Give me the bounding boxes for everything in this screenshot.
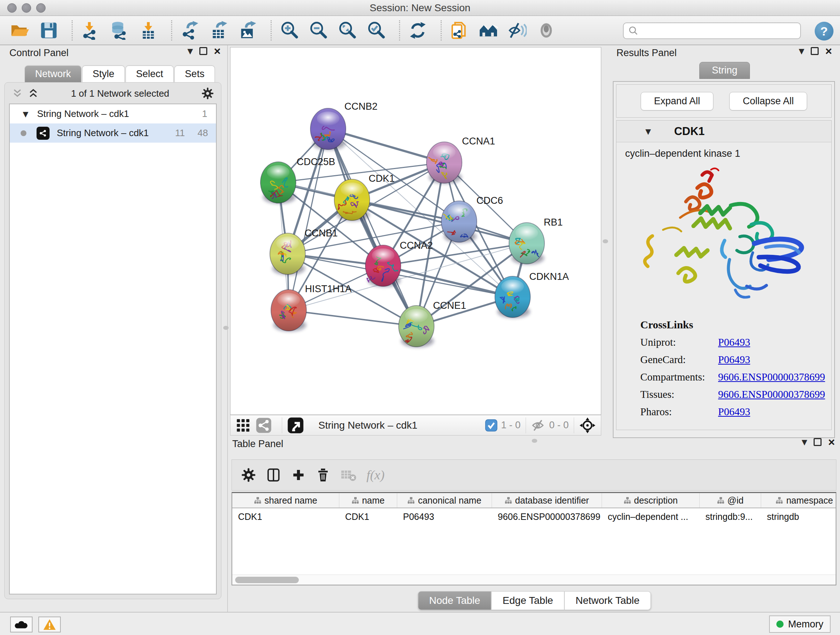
column-header-description[interactable]: description <box>602 493 699 508</box>
tab-select[interactable]: Select <box>126 65 174 82</box>
collection-disclosure-icon[interactable]: ▼ <box>23 110 28 119</box>
open-session-button[interactable] <box>8 19 32 42</box>
column-header-namespace[interactable]: namespace <box>761 493 836 508</box>
panel-float-icon[interactable] <box>813 438 821 446</box>
column-header-database-identifier[interactable]: database identifier <box>492 493 602 508</box>
column-header-name[interactable]: name <box>339 493 397 508</box>
table-row[interactable]: CDK1CDK1P064939606.ENSP00000378699cyclin… <box>232 508 836 525</box>
warnings-button[interactable] <box>38 616 61 632</box>
left-splitter-handle[interactable] <box>223 326 229 330</box>
close-window-button[interactable] <box>7 3 17 13</box>
network-node-RB1[interactable] <box>509 223 545 264</box>
tab-style[interactable]: Style <box>82 65 125 82</box>
memory-button[interactable]: Memory <box>769 616 831 633</box>
crosslink-value-link[interactable]: P06493 <box>718 336 750 348</box>
gear-icon[interactable] <box>241 468 256 482</box>
network-node-CCNA1[interactable] <box>426 142 462 184</box>
network-node-CCNE1[interactable] <box>399 306 434 347</box>
network-node-CDC25B[interactable] <box>261 162 296 203</box>
zoom-fit-button[interactable] <box>335 19 359 42</box>
zoom-out-button[interactable] <box>306 19 330 42</box>
gear-icon[interactable] <box>202 87 214 100</box>
network-edge[interactable] <box>328 129 416 326</box>
cdk1-card-header[interactable]: ▼ CDK1 <box>616 120 831 142</box>
import-network-database-button[interactable] <box>107 19 131 42</box>
string-hide-glass-button[interactable] <box>505 19 529 42</box>
view-share-button[interactable] <box>256 417 272 433</box>
apply-layout-button[interactable] <box>406 19 430 42</box>
collapse-all-icon[interactable] <box>12 88 23 99</box>
birdseye-toggle-button[interactable] <box>287 417 304 434</box>
table-cell[interactable]: cyclin–dependent ... <box>602 511 699 522</box>
crosslink-value-link[interactable]: 9606.ENSP00000378699 <box>718 371 825 383</box>
minimize-window-button[interactable] <box>22 3 31 13</box>
table-cell[interactable]: CDK1 <box>339 511 397 522</box>
right-splitter-handle[interactable] <box>603 239 608 243</box>
network-canvas[interactable]: CCNB2CCNA1CDC25BCDK1CDC6RB1CCNB1CCNA2CDK… <box>230 47 601 415</box>
crosslink-value-link[interactable]: 9606.ENSP00000378699 <box>718 388 825 400</box>
string-eye-button[interactable] <box>534 19 558 42</box>
scrollbar-thumb[interactable] <box>235 577 299 583</box>
hidden-eye-icon[interactable] <box>531 419 546 432</box>
network-node-CDC6[interactable] <box>441 201 477 242</box>
string-homology-button[interactable] <box>477 19 500 42</box>
network-node-CCNB2[interactable] <box>310 108 346 150</box>
panel-close-icon[interactable]: × <box>828 438 835 446</box>
zoom-in-button[interactable] <box>278 19 302 42</box>
table-hscrollbar[interactable] <box>232 575 836 585</box>
network-node-CCNB1[interactable] <box>270 233 305 275</box>
expand-all-icon[interactable] <box>28 88 39 99</box>
panel-close-icon[interactable]: × <box>825 47 832 55</box>
tab-edge-table[interactable]: Edge Table <box>491 591 564 610</box>
cloud-status-button[interactable] <box>10 616 33 632</box>
table-cell[interactable]: CDK1 <box>232 511 339 522</box>
crosslink-value-link[interactable]: P06493 <box>718 354 750 365</box>
table-cell[interactable]: 9606.ENSP00000378699 <box>492 511 602 522</box>
network-node-HIST1H1A[interactable] <box>271 290 306 331</box>
panel-menu-icon[interactable]: ▼ <box>799 47 804 55</box>
network-row-selected[interactable]: String Network – cdk1 11 48 <box>10 124 216 143</box>
network-node-CDK1[interactable] <box>334 179 370 221</box>
zoom-selected-button[interactable] <box>364 19 388 42</box>
export-network-button[interactable] <box>178 19 202 42</box>
cdk1-disclosure-icon[interactable]: ▼ <box>645 127 651 136</box>
network-edge[interactable] <box>289 310 416 326</box>
add-column-icon[interactable] <box>291 468 306 482</box>
collapse-all-button[interactable]: Collapse All <box>729 92 807 111</box>
network-node-CCNA2[interactable] <box>365 245 401 287</box>
crosshair-icon[interactable] <box>579 417 596 434</box>
panel-menu-icon[interactable]: ▼ <box>802 438 807 447</box>
import-network-file-button[interactable] <box>79 19 103 42</box>
import-table-file-button[interactable] <box>136 19 160 42</box>
panel-close-icon[interactable]: × <box>214 47 221 55</box>
table-cell[interactable]: stringdb <box>761 511 836 522</box>
export-image-button[interactable] <box>236 19 260 42</box>
network-collection-row[interactable]: ▼ String Network – cdk1 1 <box>10 104 216 124</box>
table-cell[interactable]: P06493 <box>397 511 492 522</box>
panel-float-icon[interactable] <box>199 47 207 55</box>
export-table-button[interactable] <box>207 19 231 42</box>
crosslink-value-link[interactable]: P06493 <box>718 406 750 417</box>
network-node-CDKN1A[interactable] <box>495 276 531 318</box>
column-header--id[interactable]: @id <box>699 493 761 508</box>
help-button[interactable]: ? <box>815 22 834 41</box>
save-session-button[interactable] <box>37 19 61 42</box>
column-header-canonical-name[interactable]: canonical name <box>397 493 492 508</box>
string-protein-query-button[interactable] <box>447 19 471 42</box>
column-header-shared-name[interactable]: shared name <box>232 493 339 508</box>
tab-network-table[interactable]: Network Table <box>564 591 651 610</box>
split-columns-icon[interactable] <box>266 467 281 483</box>
tab-sets[interactable]: Sets <box>174 65 215 82</box>
panel-menu-icon[interactable]: ▼ <box>187 47 193 55</box>
expand-all-button[interactable]: Expand All <box>641 92 714 111</box>
search-input[interactable] <box>639 24 800 38</box>
panel-float-icon[interactable] <box>811 47 819 55</box>
grid-mode-button[interactable] <box>235 418 251 433</box>
tab-node-table[interactable]: Node Table <box>418 591 491 610</box>
zoom-window-button[interactable] <box>36 3 46 13</box>
delete-column-icon[interactable] <box>316 468 330 482</box>
tab-string[interactable]: String <box>699 62 750 79</box>
tab-network[interactable]: Network <box>25 65 81 82</box>
selected-checkbox-icon[interactable] <box>485 419 497 432</box>
table-cell[interactable]: stringdb:9... <box>699 511 761 522</box>
